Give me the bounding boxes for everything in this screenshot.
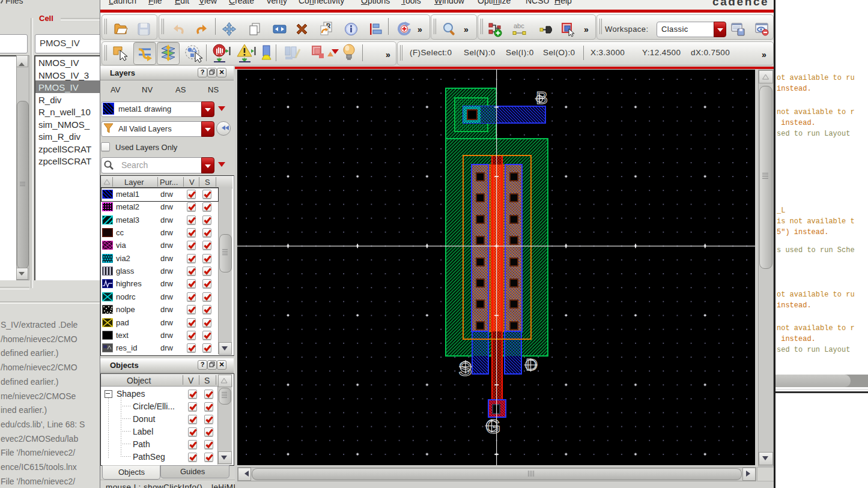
svg-text:G: G xyxy=(485,415,501,438)
svg-text:B: B xyxy=(536,88,548,107)
svg-text:abc: abc xyxy=(514,22,524,29)
